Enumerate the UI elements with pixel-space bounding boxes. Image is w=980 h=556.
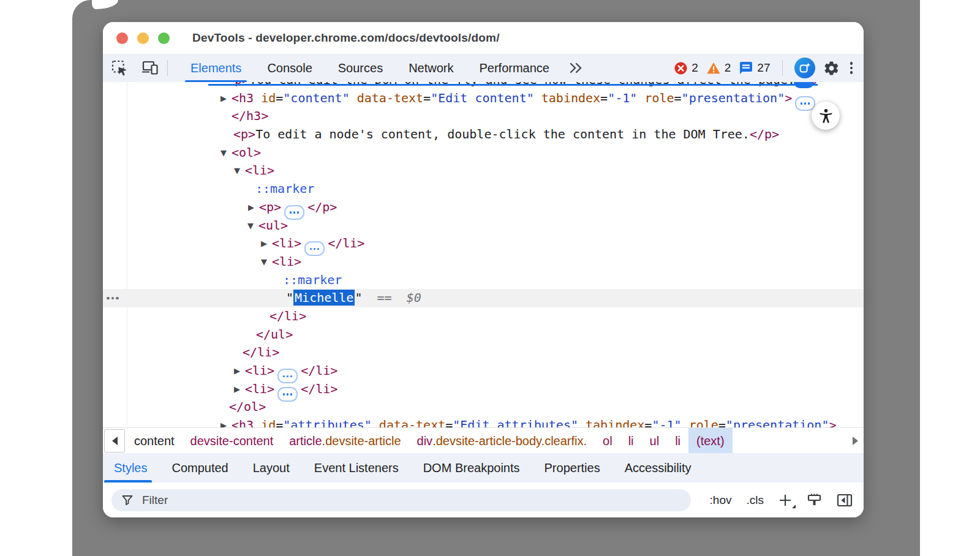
- tab-network[interactable]: Network: [396, 54, 466, 82]
- token-tag: </p>: [307, 200, 337, 214]
- dom-tree-row[interactable]: <p>To edit a node's content, double-clic…: [103, 126, 864, 144]
- sidebar-tab-properties[interactable]: Properties: [532, 453, 612, 483]
- expand-arrow-closed-icon[interactable]: ▶: [261, 235, 267, 253]
- breadcrumb-item[interactable]: (text): [688, 428, 733, 454]
- dom-tree-row[interactable]: ▶<h3 id="attributes" data-text="Edit att…: [103, 416, 864, 427]
- sidebar-tab-computed[interactable]: Computed: [159, 453, 240, 483]
- breadcrumb-item[interactable]: article.devsite-article: [281, 428, 409, 454]
- dom-tree-row[interactable]: ▼<ul>: [103, 217, 864, 235]
- dom-tree-row[interactable]: ▶<li></li>: [103, 235, 864, 253]
- dom-tree-row[interactable]: </ul>: [103, 326, 864, 344]
- breadcrumb-item[interactable]: content: [126, 428, 183, 454]
- dom-tree-row[interactable]: ▶<p></p>: [103, 198, 864, 217]
- breadcrumb-item[interactable]: devsite-content: [183, 428, 282, 454]
- dom-tree-row[interactable]: ▼<li>: [103, 162, 864, 180]
- device-toolbar-icon[interactable]: [137, 54, 164, 82]
- inspect-element-icon[interactable]: [107, 54, 133, 82]
- expand-arrow-open-icon[interactable]: ▼: [247, 217, 254, 235]
- expand-arrow-closed-icon[interactable]: ▶: [248, 198, 254, 217]
- token-attr: role: [689, 418, 718, 427]
- tab-performance[interactable]: Performance: [467, 54, 563, 82]
- accessibility-overlay-button[interactable]: [812, 102, 840, 130]
- dom-tree-row[interactable]: ::marker: [103, 271, 864, 290]
- token-tag: <li>: [245, 363, 274, 378]
- toggle-pseudo-state-button[interactable]: :hov: [710, 494, 732, 507]
- dom-tree-row[interactable]: p>You can edit the DOM on the fly and se…: [103, 82, 864, 89]
- breadcrumb-item[interactable]: ul: [642, 428, 668, 454]
- dom-tree-row[interactable]: ▶<li></li>: [103, 380, 864, 399]
- token-plain: [682, 418, 689, 427]
- dom-tree-row-selected[interactable]: "Michelle" == $0: [103, 289, 864, 307]
- dom-tree-row[interactable]: ▶<h3 id="content" data-text="Edit conten…: [103, 89, 864, 108]
- plus-icon: [778, 494, 792, 507]
- breadcrumb-item[interactable]: div.devsite-article-body.clearfix.: [409, 428, 595, 454]
- expand-arrow-open-icon[interactable]: ▼: [234, 162, 240, 180]
- maximize-button[interactable]: [158, 32, 170, 44]
- more-options-kebab-icon[interactable]: [848, 62, 856, 74]
- expand-arrow-closed-icon[interactable]: ▶: [234, 362, 240, 380]
- breadcrumb-part: article: [289, 434, 322, 448]
- toggle-class-button[interactable]: .cls: [747, 494, 764, 507]
- dom-tree-row[interactable]: </li>: [103, 307, 864, 326]
- tab-sources[interactable]: Sources: [325, 54, 396, 82]
- sidebar-tab-event-listeners[interactable]: Event Listeners: [302, 453, 411, 483]
- rendering-brush-icon[interactable]: [807, 492, 822, 508]
- devtools-window: DevTools - developer.chrome.com/docs/dev…: [103, 22, 864, 517]
- token-attr: id: [261, 91, 276, 105]
- breadcrumb-forward-button[interactable]: [853, 428, 858, 454]
- token-plain: [637, 91, 644, 105]
- filter-funnel-icon: [121, 494, 134, 506]
- breadcrumb-item[interactable]: li: [620, 428, 642, 454]
- breadcrumb-item[interactable]: li: [667, 428, 688, 454]
- token-val: "-1": [608, 91, 637, 105]
- error-icon[interactable]: [674, 61, 688, 75]
- sidebar-tab-styles[interactable]: Styles: [103, 453, 159, 483]
- new-style-rule-button[interactable]: [778, 494, 792, 507]
- accessibility-person-icon: [818, 108, 834, 124]
- dock-sidebar-toggle-icon[interactable]: [837, 493, 853, 508]
- expand-arrow-open-icon[interactable]: ▼: [221, 144, 227, 162]
- breadcrumb-part: ol: [603, 434, 612, 448]
- token-tag: </li>: [301, 381, 337, 396]
- dom-tree-row[interactable]: </h3>: [103, 107, 864, 126]
- token-plain: =: [276, 418, 283, 427]
- ai-assistance-icon[interactable]: [794, 58, 815, 78]
- breadcrumb-back-button[interactable]: [104, 429, 125, 453]
- sidebar-tab-dom-breakpoints[interactable]: DOM Breakpoints: [411, 453, 532, 483]
- expand-arrow-closed-icon[interactable]: ▶: [221, 89, 227, 108]
- dom-tree-row[interactable]: ▼<ol>: [103, 144, 864, 162]
- close-button[interactable]: [116, 32, 128, 44]
- filter-input[interactable]: [141, 493, 511, 508]
- minimize-button[interactable]: [137, 32, 149, 44]
- style-filter-field[interactable]: [111, 489, 691, 511]
- dom-tree-row[interactable]: ▶<li></li>: [103, 362, 864, 380]
- token-val: "presentation": [682, 91, 785, 105]
- sidebar-tab-layout[interactable]: Layout: [241, 453, 302, 483]
- token-tag: </li>: [301, 363, 337, 378]
- dropdown-corner-icon: [792, 505, 796, 508]
- token-attr: data-text: [357, 91, 423, 105]
- dom-tree-panel[interactable]: p>You can edit the DOM on the fly and se…: [103, 82, 864, 427]
- tab-console[interactable]: Console: [254, 54, 325, 82]
- dom-tree-row[interactable]: ▼<li>: [103, 253, 864, 271]
- token-tag: <p>: [233, 127, 255, 141]
- expand-arrow-closed-icon[interactable]: ▶: [221, 416, 227, 427]
- settings-gear-icon[interactable]: [823, 60, 840, 77]
- expand-arrow-open-icon[interactable]: ▼: [261, 253, 267, 271]
- breadcrumb-item[interactable]: ol: [595, 428, 620, 454]
- focused-ellipsis-badge-fragment: [794, 82, 814, 88]
- dom-tree-row[interactable]: </ol>: [103, 398, 864, 416]
- dom-tree-row[interactable]: ::marker: [103, 180, 864, 198]
- more-tabs-icon[interactable]: [568, 61, 583, 75]
- breadcrumb-part: (text): [696, 434, 725, 448]
- issues-icon[interactable]: [739, 61, 753, 75]
- breadcrumb-part: .devsite-article-body.clearfix.: [432, 434, 587, 448]
- sidebar-tab-accessibility[interactable]: Accessibility: [612, 453, 704, 483]
- dom-tree-row[interactable]: </li>: [103, 344, 864, 362]
- token-plain: [534, 91, 541, 105]
- token-quote: ": [355, 290, 362, 305]
- expand-arrow-closed-icon[interactable]: ▶: [234, 380, 240, 399]
- warning-icon[interactable]: [706, 61, 721, 75]
- tab-elements[interactable]: Elements: [178, 54, 254, 82]
- token-quote: ": [286, 290, 293, 305]
